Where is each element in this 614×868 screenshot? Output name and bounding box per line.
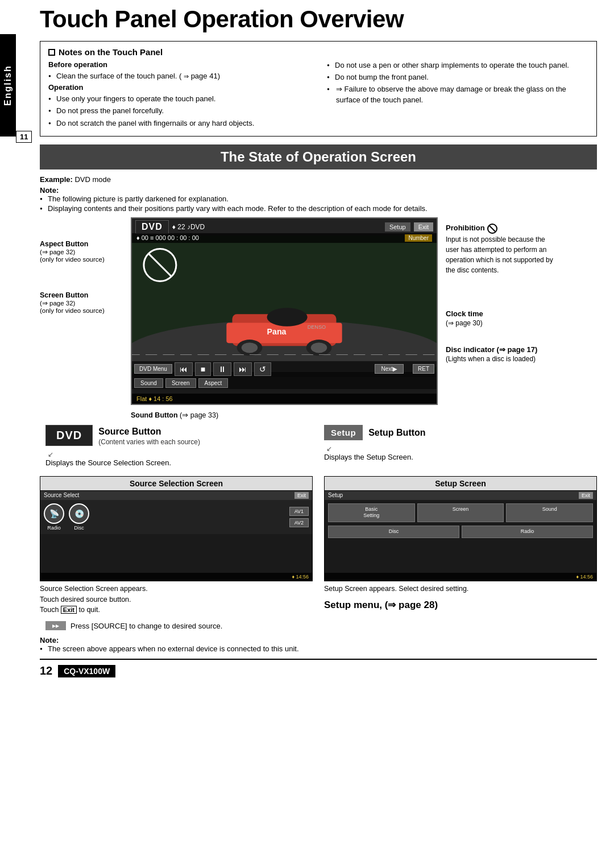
dvd-ctrl-row2: Sound Screen Aspect	[132, 377, 437, 389]
dvd-number-button[interactable]: Number	[405, 234, 432, 242]
mini-setup-grid1: BasicSetting Screen Sound	[325, 500, 596, 526]
notes-title: Notes on the Touch Panel	[48, 47, 588, 57]
clock-time-title: Clock time	[446, 309, 557, 318]
notes-icon	[48, 49, 55, 56]
dvd-ret-button[interactable]: RET	[413, 364, 434, 374]
setup-caption-1: Setup Screen appears. Select desired set…	[324, 584, 597, 594]
notes-right-col: Do not use a pen or other sharp implemen…	[327, 60, 588, 130]
mini-source-header: Source Select	[44, 492, 79, 498]
setup-button-half: Setup Setup Button ↙ Displays the Setup …	[318, 425, 597, 470]
source-selection-screen-section: Source Selection Screen Source Select Ex…	[40, 476, 313, 615]
note-item-1: The following picture is partly darkened…	[40, 195, 597, 203]
mini-source-exit[interactable]: Exit	[294, 492, 309, 499]
dvd-image-area: Pana DENSO	[132, 233, 437, 372]
dvd-menu-button[interactable]: DVD Menu	[134, 364, 172, 374]
dvd-next-button[interactable]: ⏭	[234, 362, 252, 376]
dvd-info-bar: ♦ 00 ≡ 000 00 : 00 : 00 Number	[132, 233, 437, 243]
big-source-button[interactable]: DVD	[45, 425, 93, 446]
mini-av2-button[interactable]: AV2	[289, 518, 309, 527]
dvd-ctrl-row1: DVD Menu ⏮ ■ ⏸ ⏭ ↺ Next▶ RET	[132, 361, 437, 377]
screen-btn-title: Screen Button	[40, 291, 125, 299]
dvd-repeat-button[interactable]: ↺	[254, 362, 271, 376]
svg-point-5	[242, 342, 258, 353]
source-btn-desc: (Content varies with each source)	[98, 438, 200, 446]
mini-screen-btn[interactable]: Screen	[417, 503, 504, 522]
note-item-2: Displaying contents and their positions …	[40, 204, 597, 213]
source-screen-caption: Source Selection Screen appears. Touch d…	[40, 584, 313, 615]
dvd-exit-button[interactable]: Exit	[414, 222, 433, 232]
dvd-sound-button[interactable]: Sound	[134, 378, 163, 388]
mini-source-clock: ♦ 14:56	[40, 573, 312, 581]
footer-page-number: 12	[40, 664, 52, 677]
dvd-setup-button[interactable]: Setup	[385, 222, 410, 232]
big-setup-button[interactable]: Setup	[324, 425, 363, 440]
source-btn-label: Source Button	[98, 427, 200, 437]
source-press-text: Press [SOURCE] to change to desired sour…	[70, 622, 222, 630]
op-item-3: Do not scratch the panel with fingernail…	[48, 118, 310, 129]
aspect-btn-note: (only for video source)	[40, 256, 125, 263]
dvd-info-text: ♦ 00 ≡ 000 00 : 00 : 00	[136, 234, 199, 241]
screen-btn-note: (only for video source)	[40, 307, 125, 314]
mini-setup-top: Setup Exit	[325, 491, 596, 500]
section-banner: The State of Operation Screen	[40, 144, 597, 170]
radio-icon-circle: 📡	[44, 503, 64, 524]
dvd-prev-button[interactable]: ⏮	[175, 362, 193, 376]
mini-setup-clock: ♦ 14:56	[325, 573, 596, 581]
notes-title-text: Notes on the Touch Panel	[59, 47, 163, 57]
op-item-1: Use only your fingers to operate the tou…	[48, 94, 310, 104]
mini-sound-btn[interactable]: Sound	[506, 503, 593, 522]
op-title: Operation	[48, 83, 310, 92]
disc-indicator-note: (Lights when a disc is loaded)	[446, 354, 557, 364]
mini-radio-btn[interactable]: Radio	[462, 526, 593, 538]
svg-text:Pana: Pana	[267, 327, 287, 336]
dvd-stop-button[interactable]: ■	[195, 362, 211, 376]
dvd-aspect-button[interactable]: Aspect	[198, 378, 229, 388]
aspect-button-ann: Aspect Button (⇒ page 32) (only for vide…	[40, 240, 125, 263]
setup-screen-caption: Setup Screen appears. Select desired set…	[324, 584, 597, 594]
mini-av1-button[interactable]: AV1	[289, 507, 309, 516]
bottom-note: Note: The screen above appears when no e…	[40, 636, 597, 653]
page-title: Touch Panel Operation Overview	[40, 0, 597, 33]
dvd-source-label[interactable]: DVD	[135, 220, 169, 234]
dvd-controls: DVD Menu ⏮ ■ ⏸ ⏭ ↺ Next▶ RET Sound Scree…	[132, 361, 437, 389]
screen-btn-ref: (⇒ page 32)	[40, 299, 125, 307]
screens-section: Source Selection Screen Source Select Ex…	[40, 476, 597, 615]
svg-line-15	[489, 225, 496, 232]
bottom-note-title: Note:	[40, 636, 597, 644]
svg-point-7	[311, 342, 327, 353]
cursor-setup: ↙	[326, 445, 332, 453]
mini-basic-setting-btn[interactable]: BasicSetting	[328, 503, 415, 522]
dvd-screen: DVD ♦ 22 ♪DVD Setup Exit ♦ 00 ≡ 000 00 :…	[131, 217, 438, 405]
prohibition-icon	[487, 223, 498, 234]
right-item-3: ⇒ Failure to observe the above may damag…	[327, 84, 588, 105]
dvd-left-annotations: Aspect Button (⇒ page 32) (only for vide…	[40, 217, 131, 325]
dvd-screen-button[interactable]: Screen	[165, 378, 196, 388]
mini-radio-icon[interactable]: 📡 Radio	[44, 503, 64, 531]
car-graphic: Pana DENSO	[132, 233, 437, 372]
dvd-pause-button[interactable]: ⏸	[213, 362, 231, 376]
dvd-bottom-bar: Flat ♦ 14 : 56	[132, 394, 437, 404]
source-caption-1: Source Selection Screen appears.	[40, 584, 313, 594]
source-caption-2: Touch desired source button.	[40, 594, 313, 605]
dvd-top-info: ♦ 22 ♪DVD	[172, 223, 381, 231]
before-op-item-1: Clean the surface of the touch panel. ( …	[48, 71, 310, 81]
before-op-title: Before operation	[48, 60, 310, 69]
mini-setup-header: Setup	[328, 492, 343, 499]
cursor-source: ↙	[48, 450, 53, 458]
disc-indicator-ann: Disc indicator (⇒ page 17) (Lights when …	[446, 345, 557, 364]
setup-menu-ref: Setup menu, (⇒ page 28)	[324, 599, 597, 611]
mini-source-top: Source Select Exit	[40, 491, 312, 500]
right-item-1: Do not use a pen or other sharp implemen…	[327, 60, 588, 71]
mini-disc-btn[interactable]: Disc	[328, 526, 459, 538]
mini-setup-exit[interactable]: Exit	[579, 492, 593, 499]
sound-button-ann: Sound Button (⇒ page 33)	[40, 411, 597, 419]
mini-disc-icon[interactable]: 💿 Disc	[69, 503, 89, 531]
displays-source-text: Displays the Source Selection Screen.	[45, 458, 313, 467]
dvd-next-chapter-button[interactable]: Next▶	[375, 364, 404, 374]
svg-point-8	[267, 308, 308, 326]
prohibition-text: Input is not possible because the user h…	[446, 234, 557, 275]
footer-model-name: CQ-VX100W	[58, 665, 115, 677]
page-footer: 12 CQ-VX100W	[40, 659, 597, 677]
source-button-half: DVD Source Button (Content varies with e…	[40, 425, 318, 470]
svg-text:DENSO: DENSO	[308, 324, 326, 330]
